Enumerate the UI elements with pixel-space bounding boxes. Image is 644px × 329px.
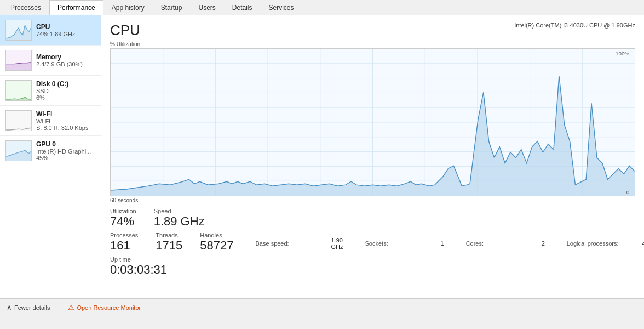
stats-key: Base speed: xyxy=(256,240,327,247)
fewer-details-label: Fewer details xyxy=(14,304,50,311)
tab-bar: Processes Performance App history Startu… xyxy=(0,0,644,15)
speed-label: Speed xyxy=(154,208,205,214)
uptime-label: Up time xyxy=(110,256,234,263)
utilization-label: Utilization xyxy=(110,208,136,214)
handles-stat: Handles 58727 xyxy=(200,232,233,253)
handles-label: Handles xyxy=(200,232,233,239)
stats-value: 1.90 GHz xyxy=(331,237,343,250)
svg-rect-4 xyxy=(6,81,31,100)
uptime-value: 0:03:03:31 xyxy=(110,263,234,277)
stats-key: Cores: xyxy=(466,240,537,247)
tab-performance[interactable]: Performance xyxy=(49,0,104,15)
gpu-sidebar-sub1: Intel(R) HD Graphi... xyxy=(36,148,95,155)
cpu-sidebar-sub: 74% 1.89 GHz xyxy=(36,31,95,37)
cpu-sidebar-name: CPU xyxy=(36,23,95,31)
stats-row: Cores:2 xyxy=(466,211,545,275)
stats-left: Utilization 74% Speed 1.89 GHz Processes… xyxy=(110,208,234,277)
memory-sidebar-name: Memory xyxy=(36,53,95,61)
threads-value: 1715 xyxy=(156,239,182,253)
stats-value: 2 xyxy=(542,240,545,247)
handles-value: 58727 xyxy=(200,239,233,253)
wifi-sidebar-name: Wi-Fi xyxy=(36,110,95,118)
threads-label: Threads xyxy=(156,232,182,239)
speed-value: 1.89 GHz xyxy=(154,214,205,229)
gpu-sidebar-info: GPU 0 Intel(R) HD Graphi... 45% xyxy=(36,140,95,161)
chart-time-label: 60 seconds xyxy=(110,197,138,203)
open-monitor-label: Open Resource Monitor xyxy=(77,304,141,311)
utilization-value: 74% xyxy=(110,214,136,229)
stats-row: Logical processors:4 xyxy=(567,211,644,275)
wifi-mini-chart xyxy=(5,110,32,131)
gpu-sidebar-name: GPU 0 xyxy=(36,140,95,148)
wifi-sidebar-info: Wi-Fi Wi-Fi S: 8.0 R: 32.0 Kbps xyxy=(36,110,95,131)
disk-sidebar-name: Disk 0 (C:) xyxy=(36,80,95,88)
bottom-bar: ∧ Fewer details ⚠ Open Resource Monitor xyxy=(0,298,644,316)
stats-key: Logical processors: xyxy=(567,240,638,247)
content-area: CPU Intel(R) Core(TM) i3-4030U CPU @ 1.9… xyxy=(101,15,644,298)
wifi-sidebar-sub2: S: 8.0 R: 32.0 Kbps xyxy=(36,124,95,131)
sidebar-item-gpu[interactable]: GPU 0 Intel(R) HD Graphi... 45% xyxy=(0,136,101,166)
monitor-icon: ⚠ xyxy=(68,303,74,311)
cpu-sidebar-info: CPU 74% 1.89 GHz xyxy=(36,23,95,37)
svg-text:100%: 100% xyxy=(616,50,629,56)
stats-table: Base speed:1.90 GHzSockets:1Cores:2Logic… xyxy=(256,211,645,277)
memory-mini-chart xyxy=(5,50,32,71)
sidebar-item-cpu[interactable]: CPU 74% 1.89 GHz xyxy=(0,15,101,46)
sidebar-item-memory[interactable]: Memory 2.4/7.9 GB (30%) xyxy=(0,46,101,76)
memory-sidebar-info: Memory 2.4/7.9 GB (30%) xyxy=(36,53,95,67)
separator xyxy=(59,303,59,312)
processes-threads-handles-row: Processes 161 Threads 1715 Handles 58727 xyxy=(110,232,234,253)
cpu-chart: 100% 0 xyxy=(110,48,635,196)
wifi-sidebar-sub1: Wi-Fi xyxy=(36,118,95,124)
tab-users[interactable]: Users xyxy=(190,0,223,15)
disk-sidebar-sub1: SSD xyxy=(36,88,95,94)
fewer-details-button[interactable]: ∧ Fewer details xyxy=(7,303,50,311)
stats-row: Base speed:1.90 GHz xyxy=(256,211,343,275)
gpu-mini-chart xyxy=(5,140,32,161)
stats-value: 1 xyxy=(441,240,444,247)
cpu-mini-chart xyxy=(5,20,32,41)
page-title: CPU xyxy=(110,22,140,39)
processes-label: Processes xyxy=(110,232,138,239)
open-resource-monitor-button[interactable]: ⚠ Open Resource Monitor xyxy=(68,303,141,311)
utilization-speed-row: Utilization 74% Speed 1.89 GHz xyxy=(110,208,234,229)
memory-sidebar-sub: 2.4/7.9 GB (30%) xyxy=(36,61,95,67)
tab-processes[interactable]: Processes xyxy=(2,0,49,15)
tab-app-history[interactable]: App history xyxy=(104,0,153,15)
chevron-up-icon: ∧ xyxy=(7,303,12,311)
chart-y-label: % Utilization xyxy=(110,41,635,47)
disk-mini-chart xyxy=(5,80,32,101)
content-header: CPU Intel(R) Core(TM) i3-4030U CPU @ 1.9… xyxy=(110,22,635,39)
tab-startup[interactable]: Startup xyxy=(153,0,191,15)
sidebar-item-disk[interactable]: Disk 0 (C:) SSD 6% xyxy=(0,76,101,106)
tab-details[interactable]: Details xyxy=(224,0,261,15)
speed-stat: Speed 1.89 GHz xyxy=(154,208,205,229)
processes-value: 161 xyxy=(110,239,138,253)
processes-stat: Processes 161 xyxy=(110,232,138,253)
chart-footer: 60 seconds xyxy=(110,197,635,203)
cpu-model-label: Intel(R) Core(TM) i3-4030U CPU @ 1.90GHz xyxy=(514,22,635,29)
uptime-section: Up time 0:03:03:31 xyxy=(110,256,234,277)
sidebar-item-wifi[interactable]: Wi-Fi Wi-Fi S: 8.0 R: 32.0 Kbps xyxy=(0,106,101,136)
stats-key: Sockets: xyxy=(365,240,436,247)
tab-services[interactable]: Services xyxy=(261,0,302,15)
disk-sidebar-info: Disk 0 (C:) SSD 6% xyxy=(36,80,95,101)
disk-sidebar-sub2: 6% xyxy=(36,94,95,101)
svg-text:0: 0 xyxy=(626,189,630,195)
stats-row: Sockets:1 xyxy=(365,211,444,275)
utilization-stat: Utilization 74% xyxy=(110,208,136,229)
gpu-sidebar-sub2: 45% xyxy=(36,155,95,161)
svg-rect-6 xyxy=(6,111,31,131)
threads-stat: Threads 1715 xyxy=(156,232,182,253)
sidebar: CPU 74% 1.89 GHz Memory 2.4/7.9 GB (30%) xyxy=(0,15,101,298)
